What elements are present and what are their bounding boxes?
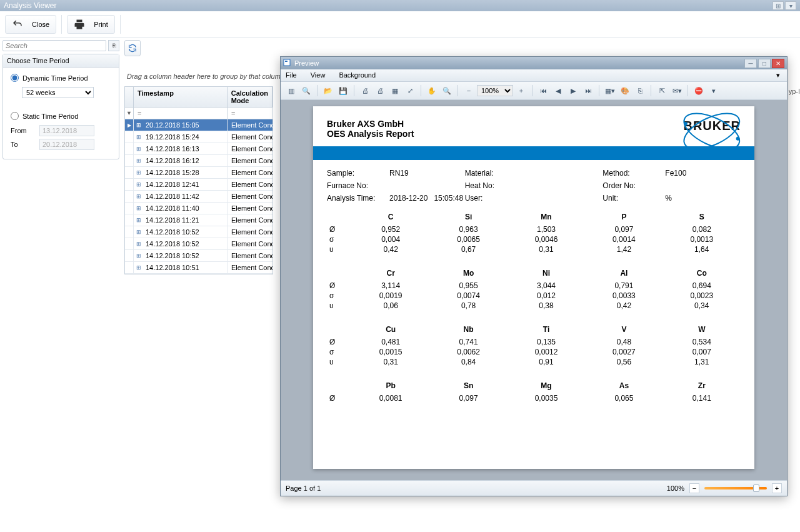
open-icon[interactable]: 📂 <box>321 84 335 98</box>
table-row[interactable]: ⊞14.12.2018 16:12Element Concer <box>125 155 272 167</box>
to-date-input[interactable] <box>39 139 94 150</box>
table-row[interactable]: ⊞14.12.2018 11:21Element Concer <box>125 214 272 226</box>
first-page-icon[interactable]: ⏮ <box>536 84 550 98</box>
grid-options-icon[interactable]: ⊞ <box>772 1 784 10</box>
dynamic-label: Dynamic Time Period <box>22 74 88 82</box>
maximize-button[interactable]: □ <box>758 59 771 68</box>
email-icon[interactable]: ✉▾ <box>670 84 684 98</box>
zoom-plus-button[interactable]: + <box>772 483 782 493</box>
static-label: Static Time Period <box>22 113 78 120</box>
svg-point-4 <box>684 122 688 126</box>
dynamic-period-radio[interactable]: Dynamic Time Period <box>11 74 111 82</box>
preview-statusbar: Page 1 of 1 100% − + <box>281 480 787 496</box>
results-grid: Timestamp Calculation Mode ▼ = = ▶⊞20.12… <box>124 86 273 274</box>
zoom-out-icon[interactable]: − <box>462 84 476 98</box>
time-period-header: Choose Time Period <box>3 54 119 68</box>
main-toolbar: Close Print <box>0 11 800 38</box>
app-titlebar: Analysis Viewer ⊞ ▾ <box>0 0 800 11</box>
menu-background[interactable]: Background <box>339 71 376 79</box>
prev-page-icon[interactable]: ◀ <box>551 84 565 98</box>
table-row[interactable]: ▶⊞20.12.2018 15:05Element Concer <box>125 119 272 131</box>
search-icon[interactable]: 🔍 <box>299 84 313 98</box>
quick-print-icon[interactable]: 🖨 <box>373 84 387 98</box>
timestamp-filter[interactable]: = <box>134 108 228 119</box>
page-setup-icon[interactable]: ▦ <box>388 84 402 98</box>
hand-icon[interactable]: ✋ <box>425 84 439 98</box>
close-label: Close <box>32 21 49 28</box>
zoom-select[interactable]: 100% <box>477 85 513 96</box>
app-title: Analysis Viewer <box>4 1 56 10</box>
back-arrow-icon <box>12 19 23 30</box>
print-button[interactable]: Print <box>67 15 115 34</box>
chevron-down-icon[interactable]: ▾ <box>785 1 796 10</box>
menu-view[interactable]: View <box>311 71 326 79</box>
preview-icon <box>283 59 292 68</box>
next-page-icon[interactable]: ▶ <box>566 84 580 98</box>
save-icon[interactable]: 💾 <box>336 84 350 98</box>
calc-filter[interactable]: = <box>228 108 272 119</box>
zoom-slider[interactable] <box>704 487 767 489</box>
last-page-icon[interactable]: ⏭ <box>581 84 595 98</box>
preview-title: Preview <box>294 59 319 67</box>
color-icon[interactable]: 🎨 <box>618 84 632 98</box>
multipage-icon[interactable]: ▦▾ <box>603 84 617 98</box>
toolbar-overflow-icon[interactable]: ▾ <box>707 84 721 98</box>
static-period-radio[interactable]: Static Time Period <box>11 112 111 120</box>
footer-zoom-label: 100% <box>667 484 684 492</box>
table-row[interactable]: ⊞14.12.2018 10:52Element Concer <box>125 238 272 250</box>
magnifier-icon[interactable]: 🔍 <box>440 84 454 98</box>
static-radio-input[interactable] <box>11 112 19 120</box>
from-date-input[interactable] <box>39 125 94 136</box>
selector-column[interactable] <box>125 87 134 107</box>
refresh-button[interactable] <box>124 40 141 56</box>
print-icon[interactable]: 🖨 <box>358 84 372 98</box>
report-meta: Sample:RN19 Material: Method:Fe100 Furna… <box>327 169 741 203</box>
minimize-button[interactable]: ─ <box>744 59 757 68</box>
timestamp-column-header[interactable]: Timestamp <box>134 87 228 107</box>
bruker-logo: BRUKER <box>683 119 741 133</box>
table-row[interactable]: ⊞14.12.2018 10:52Element Concer <box>125 250 272 262</box>
preview-window: Preview ─ □ ✕ File View Background ▾ ▥ 🔍… <box>280 56 788 496</box>
search-options-button[interactable]: ⎘ <box>108 40 119 51</box>
svg-point-5 <box>736 137 740 141</box>
table-row[interactable]: ⊞14.12.2018 10:52Element Concer <box>125 226 272 238</box>
menu-file[interactable]: File <box>286 71 297 79</box>
sidebar: ⎘ Choose Time Period Dynamic Time Period… <box>0 38 122 532</box>
search-input[interactable] <box>2 40 106 51</box>
zoom-in-icon[interactable]: + <box>514 84 528 98</box>
filter-icon[interactable]: ▼ <box>125 108 134 119</box>
time-period-panel: Choose Time Period Dynamic Time Period 5… <box>2 54 119 159</box>
stop-icon[interactable]: ⛔ <box>692 84 706 98</box>
preview-toolbar: ▥ 🔍 📂 💾 🖨 🖨 ▦ ⤢ ✋ 🔍 − 100% + ⏮ ◀ ▶ ⏭ ▦▾ … <box>281 82 787 100</box>
thumbnails-icon[interactable]: ▥ <box>284 84 298 98</box>
svg-rect-1 <box>285 61 288 62</box>
table-row[interactable]: ⊞14.12.2018 11:42Element Concer <box>125 191 272 203</box>
printer-icon <box>74 19 85 30</box>
close-window-button[interactable]: ✕ <box>772 59 784 68</box>
print-label: Print <box>94 21 108 28</box>
preview-content[interactable]: Bruker AXS GmbH OES Analysis Report BRUK… <box>281 100 787 480</box>
report-title: OES Analysis Report <box>327 129 414 139</box>
calc-column-header[interactable]: Calculation Mode <box>228 87 272 107</box>
table-row[interactable]: ⊞19.12.2018 15:24Element Concer <box>125 131 272 143</box>
close-button[interactable]: Close <box>5 15 56 34</box>
svg-point-3 <box>679 113 745 150</box>
preview-titlebar[interactable]: Preview ─ □ ✕ <box>281 57 787 69</box>
dynamic-radio-input[interactable] <box>11 74 19 82</box>
menu-dropdown-icon[interactable]: ▾ <box>774 71 782 79</box>
table-row[interactable]: ⊞14.12.2018 15:28Element Concer <box>125 167 272 179</box>
weeks-select[interactable]: 52 weeks <box>22 87 94 98</box>
table-row[interactable]: ⊞14.12.2018 12:41Element Concer <box>125 179 272 191</box>
table-row[interactable]: ⊞14.12.2018 10:51Element Concer <box>125 262 272 274</box>
export-icon[interactable]: ⇱ <box>655 84 669 98</box>
page-status: Page 1 of 1 <box>286 484 321 492</box>
watermark-icon[interactable]: ⎘ <box>633 84 647 98</box>
report-company: Bruker AXS GmbH <box>327 119 414 129</box>
table-row[interactable]: ⊞14.12.2018 11:40Element Concer <box>125 203 272 214</box>
report-page: Bruker AXS GmbH OES Analysis Report BRUK… <box>313 106 754 469</box>
table-row[interactable]: ⊞14.12.2018 16:13Element Concer <box>125 143 272 155</box>
right-edge-text: yp-I <box>789 88 800 95</box>
element-table: CSiMnPSØ0,9520,9631,5030,0970,082σ0,0040… <box>327 213 741 403</box>
scale-icon[interactable]: ⤢ <box>403 84 417 98</box>
zoom-minus-button[interactable]: − <box>689 483 699 493</box>
